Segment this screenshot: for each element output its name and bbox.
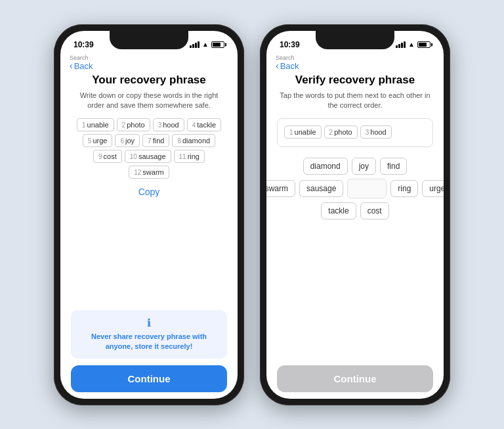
word-tile-diamond[interactable]: diamond bbox=[303, 158, 348, 175]
unordered-row-1: diamond joy find bbox=[303, 158, 408, 175]
status-time-2: 10:39 bbox=[280, 40, 300, 49]
back-label-1: Back bbox=[74, 61, 93, 71]
back-button-2[interactable]: ‹ Back bbox=[276, 61, 434, 71]
unordered-words: diamond joy find swarm sausage ring urge… bbox=[277, 158, 433, 261]
phone-2: 10:39 ▲ Search bbox=[260, 24, 450, 405]
status-icons-2: ▲ bbox=[396, 41, 430, 48]
selected-word-3[interactable]: 3hood bbox=[360, 125, 392, 139]
selected-word-1[interactable]: 1unable bbox=[284, 125, 322, 139]
battery-icon-1 bbox=[211, 41, 224, 48]
warning-box: ℹ Never share recovery phrase with anyon… bbox=[71, 310, 227, 359]
wifi-icon-2: ▲ bbox=[408, 41, 415, 48]
word-tile-swarm[interactable]: swarm bbox=[266, 180, 295, 197]
recovery-title: Your recovery phrase bbox=[71, 74, 227, 87]
screen-content-2: Verify recovery phrase Tap the words to … bbox=[266, 74, 444, 399]
unordered-row-3: tackle cost bbox=[321, 202, 388, 219]
nav-label-1: Search bbox=[70, 55, 228, 61]
back-chevron-icon-1: ‹ bbox=[70, 61, 73, 70]
back-label-2: Back bbox=[280, 61, 299, 71]
status-time-1: 10:39 bbox=[74, 40, 94, 49]
phone-1-screen: 10:39 ▲ Search bbox=[60, 31, 238, 399]
word-chip-4: 4tackle bbox=[187, 118, 221, 131]
verify-title: Verify recovery phrase bbox=[277, 74, 433, 87]
word-tile-joy[interactable]: joy bbox=[352, 158, 376, 175]
unordered-row-2: swarm sausage ring urge bbox=[266, 179, 444, 198]
battery-icon-2 bbox=[417, 41, 430, 48]
word-chip-10: 10sausage bbox=[125, 150, 171, 163]
notch-2 bbox=[316, 31, 394, 49]
word-tile-ring[interactable]: ring bbox=[390, 180, 418, 197]
continue-button-2[interactable]: Continue bbox=[277, 365, 433, 392]
screen-content-1: Your recovery phrase Write down or copy … bbox=[60, 74, 238, 399]
back-chevron-icon-2: ‹ bbox=[276, 61, 279, 70]
nav-bar-2: Search ‹ Back bbox=[266, 55, 444, 74]
word-tile-cost[interactable]: cost bbox=[360, 202, 389, 219]
word-chip-3: 3hood bbox=[153, 118, 184, 131]
word-tile-empty bbox=[347, 179, 387, 198]
word-tile-sausage[interactable]: sausage bbox=[299, 180, 343, 197]
word-chip-11: 11ring bbox=[174, 150, 205, 163]
word-chip-2: 2photo bbox=[117, 118, 150, 131]
recovery-subtitle: Write down or copy these words in the ri… bbox=[71, 91, 227, 111]
word-chip-7: 7find bbox=[142, 134, 169, 147]
word-row-4: 12swarm bbox=[129, 166, 169, 179]
signal-icon-1 bbox=[190, 41, 200, 48]
word-grid: 1unable 2photo 3hood 4tackle 5urge 6joy … bbox=[71, 118, 227, 179]
phones-container: 10:39 ▲ Search bbox=[54, 24, 450, 405]
signal-icon-2 bbox=[396, 41, 406, 48]
selected-words-box: 1unable 2photo 3hood bbox=[277, 118, 433, 147]
warning-text: Never share recovery phrase with anyone,… bbox=[80, 332, 218, 352]
word-tile-tackle[interactable]: tackle bbox=[321, 202, 356, 219]
word-chip-12: 12swarm bbox=[129, 166, 169, 179]
word-tile-urge[interactable]: urge bbox=[422, 180, 444, 197]
word-row-3: 9cost 10sausage 11ring bbox=[93, 150, 205, 163]
notch-1 bbox=[110, 31, 188, 49]
verify-subtitle: Tap the words to put them next to each o… bbox=[277, 91, 433, 111]
continue-button-1[interactable]: Continue bbox=[71, 365, 227, 392]
phone-1: 10:39 ▲ Search bbox=[54, 24, 244, 405]
word-tile-find[interactable]: find bbox=[380, 158, 407, 175]
copy-button[interactable]: Copy bbox=[71, 184, 227, 200]
back-button-1[interactable]: ‹ Back bbox=[70, 61, 228, 71]
word-row-1: 1unable 2photo 3hood 4tackle bbox=[77, 118, 221, 131]
word-chip-5: 5urge bbox=[83, 134, 113, 147]
nav-label-2: Search bbox=[276, 55, 434, 61]
wifi-icon-1: ▲ bbox=[202, 41, 209, 48]
word-chip-6: 6joy bbox=[115, 134, 140, 147]
phone-2-screen: 10:39 ▲ Search bbox=[266, 31, 444, 399]
word-chip-8: 8diamond bbox=[172, 134, 215, 147]
word-row-2: 5urge 6joy 7find 8diamond bbox=[83, 134, 215, 147]
word-chip-9: 9cost bbox=[93, 150, 122, 163]
warning-icon: ℹ bbox=[147, 317, 151, 329]
selected-word-2[interactable]: 2photo bbox=[324, 125, 358, 139]
status-icons-1: ▲ bbox=[190, 41, 224, 48]
nav-bar-1: Search ‹ Back bbox=[60, 55, 238, 74]
word-chip-1: 1unable bbox=[77, 118, 114, 131]
